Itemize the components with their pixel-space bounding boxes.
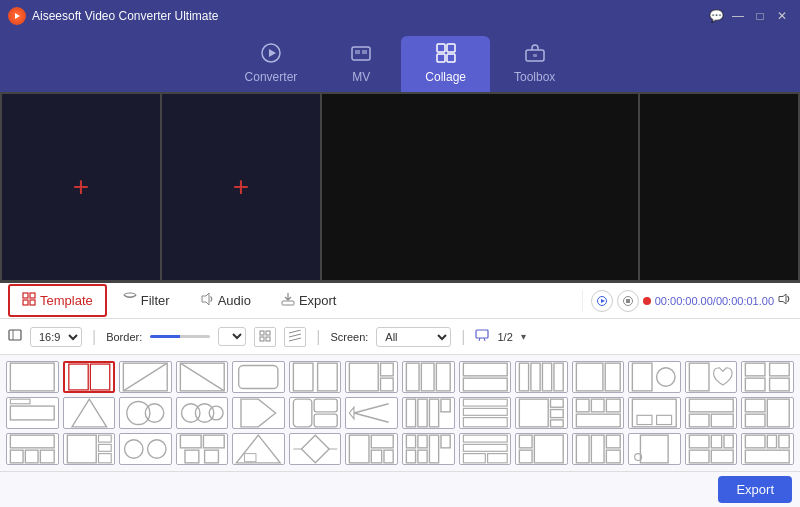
template-37[interactable] (459, 433, 512, 465)
svg-point-73 (195, 404, 213, 422)
template-3[interactable] (119, 361, 172, 393)
template-6[interactable] (289, 361, 342, 393)
stripe-pattern-button[interactable] (284, 327, 306, 347)
template-23[interactable] (459, 397, 512, 429)
export-button[interactable]: Export (718, 476, 792, 503)
template-39[interactable] (572, 433, 625, 465)
svg-rect-108 (98, 435, 111, 442)
svg-rect-50 (421, 363, 434, 391)
template-5[interactable] (232, 361, 285, 393)
tab-audio[interactable]: Audio (186, 284, 265, 317)
template-24[interactable] (515, 397, 568, 429)
screen-select[interactable]: All Screen 1 Screen 2 (376, 327, 451, 347)
svg-rect-44 (293, 363, 313, 391)
template-32[interactable] (176, 433, 229, 465)
template-tab-icon (22, 292, 36, 309)
template-4[interactable] (176, 361, 229, 393)
svg-rect-90 (576, 399, 589, 412)
template-38[interactable] (515, 433, 568, 465)
svg-rect-146 (711, 450, 733, 463)
playback-section: 00:00:00.00/00:00:01.00 (582, 290, 800, 312)
mv-icon (350, 42, 372, 67)
template-34[interactable] (289, 433, 342, 465)
maximize-button[interactable]: □ (750, 6, 770, 26)
ratio-select[interactable]: 16:9 9:16 1:1 4:3 (30, 327, 82, 347)
template-42[interactable] (741, 433, 794, 465)
template-12[interactable] (628, 361, 681, 393)
svg-rect-52 (463, 363, 507, 376)
close-button[interactable]: ✕ (772, 6, 792, 26)
template-17[interactable] (119, 397, 172, 429)
template-28[interactable] (741, 397, 794, 429)
svg-line-31 (289, 334, 301, 337)
play-button[interactable] (591, 290, 613, 312)
template-2[interactable] (63, 361, 116, 393)
tab-mv[interactable]: MV (321, 36, 401, 92)
template-20[interactable] (289, 397, 342, 429)
template-30[interactable] (63, 433, 116, 465)
video-cell-2[interactable]: + (162, 94, 320, 280)
minimize-button[interactable]: — (728, 6, 748, 26)
template-9[interactable] (459, 361, 512, 393)
template-8[interactable] (402, 361, 455, 393)
template-21[interactable] (345, 397, 398, 429)
svg-rect-47 (381, 363, 394, 376)
titlebar: Aiseesoft Video Converter Ultimate 💬 — □… (0, 0, 800, 32)
border-slider[interactable] (150, 335, 210, 338)
svg-rect-82 (441, 399, 450, 412)
template-36[interactable] (402, 433, 455, 465)
template-31[interactable] (119, 433, 172, 465)
tab-filter[interactable]: Filter (109, 284, 184, 317)
video-cell-1[interactable]: + (2, 94, 160, 280)
message-button[interactable]: 💬 (706, 6, 726, 26)
template-35[interactable] (345, 433, 398, 465)
svg-rect-119 (350, 435, 370, 463)
svg-rect-99 (711, 414, 733, 427)
svg-rect-114 (203, 435, 224, 448)
template-29[interactable] (6, 433, 59, 465)
svg-point-16 (124, 293, 136, 297)
collage-icon (435, 42, 457, 67)
template-13[interactable] (685, 361, 738, 393)
volume-icon[interactable] (778, 292, 792, 309)
tab-export-tab[interactable]: Export (267, 284, 351, 317)
monitor-icon (475, 328, 489, 346)
template-7[interactable] (345, 361, 398, 393)
template-19[interactable] (232, 397, 285, 429)
template-16[interactable] (63, 397, 116, 429)
template-26[interactable] (628, 397, 681, 429)
template-41[interactable] (685, 433, 738, 465)
tab-collage[interactable]: Collage (401, 36, 490, 92)
svg-rect-96 (657, 415, 672, 424)
sep1: | (92, 328, 96, 346)
page-chevron-icon[interactable]: ▾ (521, 331, 526, 342)
grid-pattern-button[interactable] (254, 327, 276, 347)
svg-rect-48 (381, 378, 394, 391)
template-1[interactable] (6, 361, 59, 393)
svg-rect-5 (362, 50, 367, 54)
svg-rect-38 (90, 364, 109, 390)
template-10[interactable] (515, 361, 568, 393)
template-18[interactable] (176, 397, 229, 429)
svg-rect-63 (746, 363, 766, 376)
template-27[interactable] (685, 397, 738, 429)
stop-button[interactable] (617, 290, 639, 312)
template-33[interactable] (232, 433, 285, 465)
tab-template[interactable]: Template (8, 284, 107, 317)
svg-rect-60 (633, 363, 653, 391)
border-style-select[interactable]: ─ (218, 327, 246, 346)
svg-rect-128 (418, 450, 427, 463)
add-video-2-icon[interactable]: + (233, 171, 249, 203)
add-video-1-icon[interactable]: + (73, 171, 89, 203)
audio-tab-label: Audio (218, 293, 251, 308)
svg-rect-59 (605, 363, 620, 391)
tab-toolbox[interactable]: Toolbox (490, 36, 579, 92)
template-14[interactable] (741, 361, 794, 393)
template-25[interactable] (572, 397, 625, 429)
svg-marker-117 (237, 435, 281, 463)
template-40[interactable] (628, 433, 681, 465)
template-15[interactable] (6, 397, 59, 429)
template-22[interactable] (402, 397, 455, 429)
tab-converter[interactable]: Converter (221, 36, 322, 92)
template-11[interactable] (572, 361, 625, 393)
